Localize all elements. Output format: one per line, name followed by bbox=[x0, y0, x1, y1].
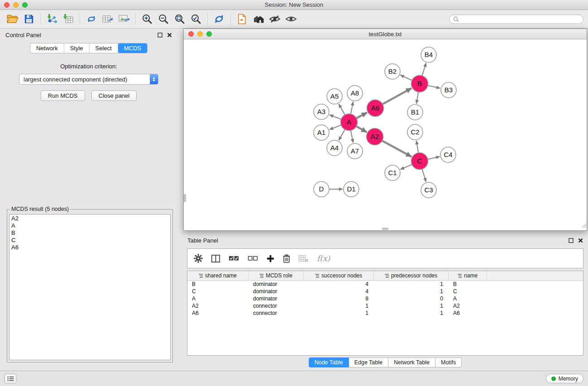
node-C3[interactable]: C3 bbox=[421, 182, 436, 198]
column-header-mcds-role[interactable]: MCDS role bbox=[249, 271, 304, 280]
node-C[interactable]: C bbox=[411, 153, 428, 170]
import-network-icon[interactable] bbox=[44, 12, 60, 26]
close-panel-button[interactable]: Close panel bbox=[91, 91, 137, 101]
function-builder-icon[interactable]: f(x) bbox=[317, 254, 330, 263]
edge-A6-B[interactable] bbox=[382, 88, 411, 104]
zoom-in-icon[interactable] bbox=[139, 12, 155, 26]
node-A[interactable]: A bbox=[341, 114, 358, 131]
node-A2[interactable]: A2 bbox=[367, 129, 383, 145]
zoom-selected-icon[interactable] bbox=[188, 12, 204, 26]
memory-button[interactable]: Memory bbox=[546, 374, 583, 383]
mcds-result-list[interactable]: A2ABCA6 bbox=[9, 214, 171, 360]
open-session-icon[interactable] bbox=[5, 12, 21, 26]
column-header-name[interactable]: name bbox=[449, 271, 487, 280]
edge-A-A1[interactable] bbox=[330, 125, 341, 130]
node-C4[interactable]: C4 bbox=[440, 147, 456, 162]
tab-network[interactable]: Network bbox=[30, 43, 64, 53]
tab-style[interactable]: Style bbox=[64, 43, 90, 53]
run-mcds-button[interactable]: Run MCDS bbox=[41, 91, 85, 101]
node-C2[interactable]: C2 bbox=[407, 124, 423, 140]
node-A1[interactable]: A1 bbox=[314, 125, 329, 140]
network-graph[interactable]: B4B2BB3A5A8A6A3B1AA1C2A2A4A7C4CC1C3DD1 bbox=[184, 39, 587, 230]
table-settings-gear-icon[interactable] bbox=[194, 254, 203, 263]
table-row[interactable]: Cdominator41C bbox=[187, 288, 583, 295]
edge-A-A3[interactable] bbox=[330, 115, 341, 119]
node-D1[interactable]: D1 bbox=[344, 181, 359, 197]
node-B4[interactable]: B4 bbox=[421, 47, 436, 62]
table-row[interactable]: A2connector11A2 bbox=[187, 302, 583, 310]
network-file-icon[interactable] bbox=[234, 12, 250, 26]
float-panel-icon[interactable] bbox=[158, 33, 163, 38]
edge-A-A7[interactable] bbox=[351, 130, 354, 143]
tab-select[interactable]: Select bbox=[90, 43, 118, 53]
criterion-dropdown[interactable]: largest connected component (directed) bbox=[19, 74, 158, 85]
refresh-icon[interactable] bbox=[211, 12, 227, 26]
tab-node-table[interactable]: Node Table bbox=[309, 357, 349, 367]
edge-B-B3[interactable] bbox=[428, 86, 440, 88]
table-row[interactable]: A6connector11A6 bbox=[187, 310, 583, 317]
unselect-all-columns-icon[interactable] bbox=[248, 255, 258, 262]
task-history-button[interactable] bbox=[5, 374, 16, 383]
tab-network-table[interactable]: Network Table bbox=[388, 357, 435, 367]
close-window-icon[interactable] bbox=[4, 2, 10, 8]
minimize-network-window-icon[interactable] bbox=[197, 31, 203, 37]
edge-A-A6[interactable] bbox=[356, 113, 367, 119]
edge-B-B2[interactable] bbox=[400, 75, 412, 81]
tab-edge-table[interactable]: Edge Table bbox=[349, 357, 388, 367]
node-A4[interactable]: A4 bbox=[327, 140, 342, 156]
node-B3[interactable]: B3 bbox=[441, 82, 456, 98]
mcds-result-item[interactable]: A6 bbox=[11, 244, 168, 251]
edge-B-B4[interactable] bbox=[422, 63, 426, 76]
save-session-icon[interactable] bbox=[21, 12, 37, 26]
close-network-window-icon[interactable] bbox=[188, 31, 194, 37]
zoom-fit-icon[interactable] bbox=[172, 12, 188, 26]
delete-column-icon[interactable] bbox=[283, 254, 290, 263]
edge-C-C2[interactable] bbox=[416, 141, 418, 153]
maximize-network-window-icon[interactable] bbox=[206, 31, 212, 37]
edge-A-A8[interactable] bbox=[351, 102, 354, 114]
edge-C-C4[interactable] bbox=[428, 157, 440, 159]
select-all-columns-icon[interactable] bbox=[229, 255, 239, 262]
network-canvas[interactable]: B4B2BB3A5A8A6A3B1AA1C2A2A4A7C4CC1C3DD1 bbox=[184, 39, 587, 230]
tab-mcds[interactable]: MCDS bbox=[118, 43, 147, 53]
node-D[interactable]: D bbox=[314, 181, 329, 197]
export-image-icon[interactable] bbox=[116, 12, 132, 26]
node-A7[interactable]: A7 bbox=[347, 143, 363, 159]
horizontal-scrollbar-thumb[interactable] bbox=[382, 228, 388, 230]
hide-graphics-icon[interactable] bbox=[267, 12, 283, 26]
node-B1[interactable]: B1 bbox=[407, 105, 423, 120]
column-header-predecessor-nodes[interactable]: predecessor nodes bbox=[374, 271, 449, 280]
close-table-panel-icon[interactable] bbox=[578, 238, 583, 243]
node-A8[interactable]: A8 bbox=[347, 86, 363, 101]
node-B2[interactable]: B2 bbox=[385, 64, 400, 79]
node-A6[interactable]: A6 bbox=[367, 100, 384, 117]
mcds-result-item[interactable]: B bbox=[11, 229, 168, 237]
float-table-panel-icon[interactable] bbox=[569, 238, 574, 243]
edge-C-C3[interactable] bbox=[422, 169, 426, 182]
node-C1[interactable]: C1 bbox=[385, 165, 400, 181]
new-table-icon[interactable] bbox=[100, 12, 116, 26]
network-window-titlebar[interactable]: testGlobe.txt bbox=[184, 29, 587, 39]
edge-A2-C[interactable] bbox=[382, 141, 411, 157]
resize-grip-icon[interactable] bbox=[581, 221, 586, 229]
node-B[interactable]: B bbox=[411, 76, 428, 92]
minimize-window-icon[interactable] bbox=[13, 2, 19, 8]
show-graphics-icon[interactable] bbox=[283, 12, 299, 26]
create-column-icon[interactable] bbox=[267, 255, 274, 262]
node-A5[interactable]: A5 bbox=[327, 89, 342, 104]
edge-C-C1[interactable] bbox=[400, 164, 412, 169]
search-field[interactable] bbox=[449, 14, 583, 24]
new-network-icon[interactable] bbox=[83, 12, 100, 26]
import-table-icon[interactable] bbox=[60, 12, 76, 26]
edge-A-A5[interactable] bbox=[339, 104, 345, 115]
table-row[interactable]: Adominator80A bbox=[187, 295, 583, 302]
split-panel-icon[interactable] bbox=[211, 255, 220, 262]
maximize-window-icon[interactable] bbox=[22, 2, 28, 8]
vertical-scrollbar-thumb[interactable] bbox=[184, 194, 186, 202]
close-panel-icon[interactable] bbox=[167, 33, 172, 38]
edge-B-B1[interactable] bbox=[416, 92, 418, 104]
edge-A-A4[interactable] bbox=[339, 129, 345, 140]
edge-A-A2[interactable] bbox=[356, 126, 367, 132]
home-icon[interactable] bbox=[250, 12, 267, 26]
mcds-result-item[interactable]: A bbox=[11, 222, 168, 229]
